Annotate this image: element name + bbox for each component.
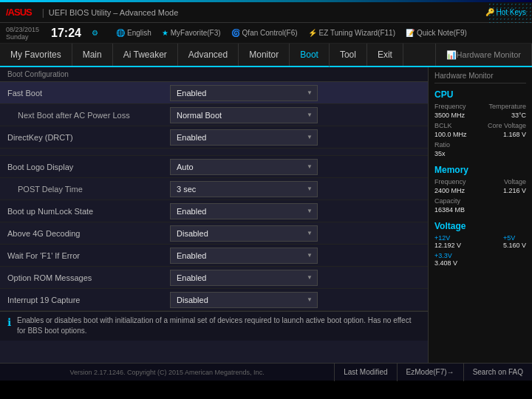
numlock-row: Boot up NumLock State Enabled — [0, 200, 428, 222]
mem-cap-key: Capacity — [434, 197, 460, 205]
mem-cap-row: Capacity — [434, 197, 526, 205]
last-modified-button[interactable]: Last Modified — [334, 364, 396, 381]
interrupt19-label: Interrupt 19 Capture — [7, 296, 170, 304]
mem-freq-row: Frequency Voltage — [434, 178, 526, 185]
nav-main[interactable]: Main — [72, 44, 113, 66]
top-bar: /ASUS | UEFI BIOS Utility – Advanced Mod… — [0, 2, 532, 23]
cpu-freq-row: Frequency Temperature — [434, 103, 526, 110]
cpu-freq-val-row: 3500 MHz 33°C — [434, 112, 526, 119]
cpu-temp-key: Temperature — [488, 103, 526, 110]
info-bar: ℹ Enables or disables boot with initiali… — [0, 311, 428, 341]
next-boot-dropdown[interactable]: Normal Boot — [170, 107, 318, 123]
cpu-section-title: CPU — [434, 89, 526, 100]
info-icon: ℹ — [7, 316, 11, 328]
post-delay-dropdown[interactable]: 3 sec — [170, 181, 318, 197]
day-display: Sunday — [6, 33, 39, 41]
directkey-row: DirectKey (DRCT) Enabled — [0, 126, 428, 149]
ez-tuning-button[interactable]: ⚡EZ Tuning Wizard(F11) — [308, 29, 395, 37]
nav-hardware-monitor[interactable]: 📊 Hardware Monitor — [435, 44, 532, 66]
mem-volt-val: 1.216 V — [503, 187, 526, 194]
nav-ai-tweaker[interactable]: Ai Tweaker — [113, 44, 178, 66]
cpu-ratio-val: 35x — [434, 150, 446, 157]
mem-cap-val-row: 16384 MB — [434, 206, 526, 214]
next-boot-label: Next Boot after AC Power Loss — [7, 111, 170, 120]
spacer-row — [0, 149, 428, 156]
memory-section: Memory Frequency Voltage 2400 MHz 1.216 … — [434, 165, 526, 214]
directkey-dropdown[interactable]: Enabled — [170, 129, 318, 146]
volt-33-val: 3.408 V — [434, 259, 457, 267]
nav-boot[interactable]: Boot — [290, 44, 330, 67]
volt-5-val: 5.160 V — [503, 242, 526, 249]
cpu-freq-val: 3500 MHz — [434, 112, 465, 119]
next-boot-row: Next Boot after AC Power Loss Normal Boo… — [0, 104, 428, 126]
myfavorite-button[interactable]: ★MyFavorite(F3) — [162, 29, 221, 37]
cpu-core-voltage-val: 1.168 V — [503, 131, 526, 138]
cpu-ratio-val-row: 35x — [434, 150, 526, 157]
mem-cap-val: 16384 MB — [434, 206, 465, 214]
cpu-core-voltage-key: Core Voltage — [488, 122, 526, 129]
asus-logo: /ASUS — [6, 7, 32, 18]
qfan-button[interactable]: 🌀Qfan Control(F6) — [231, 29, 298, 37]
option-rom-label: Option ROM Messages — [7, 273, 170, 282]
hw-monitor-title: Hardware Monitor — [434, 72, 526, 83]
quick-note-button[interactable]: 📝Quick Note(F9) — [406, 29, 467, 37]
interrupt19-row: Interrupt 19 Capture Disabled — [0, 289, 428, 311]
interrupt19-dropdown[interactable]: Disabled — [170, 292, 318, 308]
fast-boot-row: Fast Boot Enabled — [0, 82, 428, 104]
voltage-section: Voltage +12V 12.192 V +5V 5.160 V +3.3V … — [434, 221, 526, 267]
boot-config-panel: Boot Configuration Fast Boot Enabled Nex… — [0, 67, 429, 363]
cpu-ratio-key: Ratio — [434, 141, 450, 149]
volt-12-key: +12V — [434, 234, 461, 242]
numlock-label: Boot up NumLock State — [7, 207, 170, 216]
bios-title: UEFI BIOS Utility – Advanced Mode — [49, 8, 178, 17]
post-delay-row: POST Delay Time 3 sec — [0, 178, 428, 200]
volt-5-key: +5V — [503, 234, 526, 242]
search-faq-button[interactable]: Search on FAQ — [463, 364, 532, 381]
mem-volt-key: Voltage — [504, 178, 526, 185]
cpu-bclk-val: 100.0 MHz — [434, 131, 467, 138]
mem-freq-val-row: 2400 MHz 1.216 V — [434, 187, 526, 194]
cpu-temp-val: 33°C — [511, 112, 526, 119]
nav-my-favorites[interactable]: My Favorites — [0, 44, 72, 66]
mem-freq-key: Frequency — [434, 178, 466, 185]
boot-logo-label: Boot Logo Display — [7, 163, 170, 171]
wait-f1-row: Wait For 'F1' If Error Enabled — [0, 245, 428, 267]
numlock-dropdown[interactable]: Enabled — [170, 203, 318, 219]
directkey-label: DirectKey (DRCT) — [7, 133, 170, 142]
fast-boot-dropdown[interactable]: Enabled — [170, 85, 318, 101]
nav-exit[interactable]: Exit — [367, 44, 403, 66]
nav-monitor[interactable]: Monitor — [239, 44, 290, 66]
above4g-dropdown[interactable]: Disabled — [170, 225, 318, 242]
above4g-label: Above 4G Decoding — [7, 229, 170, 238]
voltage-section-title: Voltage — [434, 221, 526, 231]
time-bar-icons: 🌐English ★MyFavorite(F3) 🌀Qfan Control(F… — [116, 29, 467, 37]
nav-advanced[interactable]: Advanced — [178, 44, 239, 66]
option-rom-dropdown[interactable]: Enabled — [170, 270, 318, 286]
volt-33-row: +3.3V 3.408 V — [434, 252, 526, 267]
language-selector[interactable]: 🌐English — [116, 29, 151, 37]
nav-bar: My Favorites Main Ai Tweaker Advanced Mo… — [0, 44, 532, 67]
fast-boot-label: Fast Boot — [7, 89, 170, 98]
hardware-monitor-panel: Hardware Monitor CPU Frequency Temperatu… — [429, 67, 532, 363]
cpu-freq-key: Frequency — [434, 103, 466, 110]
footer: Version 2.17.1246. Copyright (C) 2015 Am… — [0, 363, 532, 381]
volt-33-key: +3.3V — [434, 252, 457, 259]
cpu-ratio-row: Ratio — [434, 141, 526, 149]
time-display: 17:24 — [51, 27, 81, 40]
volt-12-val: 12.192 V — [434, 242, 461, 249]
section-title: Boot Configuration — [0, 67, 428, 82]
post-delay-label: POST Delay Time — [7, 185, 170, 194]
info-text: Enables or disables boot with initializa… — [17, 316, 420, 336]
copyright-text: Version 2.17.1246. Copyright (C) 2015 Am… — [0, 369, 334, 376]
ez-mode-button[interactable]: EzMode(F7)→ — [397, 364, 463, 381]
wait-f1-dropdown[interactable]: Enabled — [170, 248, 318, 264]
boot-logo-dropdown[interactable]: Auto — [170, 159, 318, 175]
nav-tool[interactable]: Tool — [330, 44, 367, 66]
boot-logo-row: Boot Logo Display Auto — [0, 156, 428, 178]
main-content: Boot Configuration Fast Boot Enabled Nex… — [0, 67, 532, 363]
volt-12-row: +12V 12.192 V +5V 5.160 V — [434, 234, 526, 249]
cpu-section: CPU Frequency Temperature 3500 MHz 33°C … — [434, 89, 526, 157]
memory-section-title: Memory — [434, 165, 526, 175]
wait-f1-label: Wait For 'F1' If Error — [7, 251, 170, 260]
time-bar: 08/23/2015 Sunday 17:24 ⚙ 🌐English ★MyFa… — [0, 23, 532, 44]
